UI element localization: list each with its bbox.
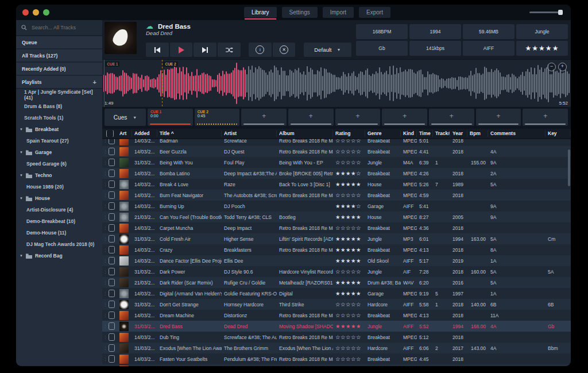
preset-dropdown[interactable]: Default ▼ bbox=[304, 43, 351, 57]
sidebar-item-dj-mag-tech-awards-2018-0-[interactable]: DJ Mag Tech Awards 2018 (0) bbox=[16, 239, 102, 250]
drag-handle[interactable]: ⋮ bbox=[103, 335, 107, 340]
table-row[interactable]: ⋮31/03/2...Cold Fresh AirHigher SenseLif… bbox=[102, 233, 571, 244]
table-row[interactable]: ⋮14/03/2...Bomba LatinoDeep Impact &#38;… bbox=[102, 168, 571, 179]
cue-slot-6[interactable]: + bbox=[382, 109, 427, 126]
search-input[interactable] bbox=[30, 24, 96, 31]
cue-slot-3[interactable]: + bbox=[241, 109, 287, 126]
column-header-added[interactable]: Added bbox=[132, 130, 157, 137]
table-row[interactable]: ⋮14/03/2...BadmanScrewfaceRetro Breaks 2… bbox=[102, 139, 571, 146]
cue-slot-1[interactable]: CUE 10:00 bbox=[148, 109, 193, 126]
row-checkbox[interactable] bbox=[109, 224, 115, 232]
rating-cell[interactable]: ★★★★★ bbox=[333, 247, 365, 253]
rating-cell[interactable]: ☆☆☆☆☆ bbox=[333, 139, 365, 144]
drag-handle[interactable]: ⋮ bbox=[103, 204, 107, 209]
sidebar-item-demo-breakbeat-10-[interactable]: Demo-Breakbeat (10) bbox=[16, 216, 102, 227]
maximize-button[interactable] bbox=[43, 9, 49, 16]
row-checkbox[interactable] bbox=[109, 344, 115, 352]
column-header-artist[interactable]: Artist bbox=[222, 130, 277, 137]
select-all-checkbox[interactable] bbox=[106, 130, 114, 137]
table-row[interactable]: ⋮14/03/2...Dream MachineDistortionzRetro… bbox=[102, 310, 571, 321]
slider-thumb[interactable] bbox=[558, 10, 563, 15]
drag-handle[interactable]: ⋮ bbox=[103, 270, 107, 274]
column-header-year[interactable]: Year bbox=[450, 130, 467, 137]
table-row[interactable]: ⋮14/03/2...CrazyBreakfastersRetro Breaks… bbox=[102, 244, 571, 255]
sidebar-section-all-tracks-127-[interactable]: All Tracks (127) bbox=[16, 49, 102, 63]
drag-handle[interactable]: ⋮ bbox=[103, 149, 107, 154]
row-checkbox[interactable] bbox=[109, 170, 115, 177]
waveform-zoom-in-button[interactable]: + bbox=[558, 63, 567, 71]
row-checkbox[interactable] bbox=[109, 213, 115, 221]
drag-handle[interactable]: ⋮ bbox=[103, 171, 107, 176]
rating-cell[interactable]: ★★★★★ bbox=[333, 323, 365, 329]
eject-button[interactable]: ✕ bbox=[273, 43, 296, 57]
table-row[interactable]: ⋮14/03/2...Final ConflictScrewface &#38;… bbox=[102, 364, 571, 366]
cue-slot-7[interactable]: + bbox=[429, 109, 474, 126]
table-row[interactable]: ⋮14/03/2...Burning UpDJ Pooch★★★★☆Garage… bbox=[102, 201, 571, 212]
rating-cell[interactable]: ★★★★★ bbox=[333, 236, 365, 242]
previous-button[interactable] bbox=[146, 43, 169, 57]
folder-expand-icon[interactable]: ▼ bbox=[20, 197, 23, 200]
play-button[interactable] bbox=[170, 43, 193, 57]
sidebar-item-drum-bass-8-[interactable]: Drum & Bass (8) bbox=[16, 101, 102, 112]
folder-expand-icon[interactable]: ▼ bbox=[20, 128, 23, 131]
sidebar-item-speed-garage-6-[interactable]: Speed Garage (6) bbox=[16, 158, 102, 170]
waveform-zoom-out-button[interactable]: − bbox=[547, 63, 556, 71]
row-checkbox[interactable] bbox=[109, 257, 115, 264]
table-row[interactable]: ⋮14/03/2...Carpet MunchaDeep ImpactRetro… bbox=[102, 222, 571, 233]
row-checkbox[interactable] bbox=[109, 159, 115, 166]
drag-handle[interactable]: ⋮ bbox=[103, 226, 107, 230]
table-row[interactable]: ⋮31/03/2...Exodus [When The Lion Awakes]… bbox=[102, 343, 571, 353]
sidebar-section-playlists[interactable]: Playlists+ bbox=[16, 76, 102, 89]
close-button[interactable] bbox=[22, 9, 29, 16]
table-row[interactable]: ⋮21/03/2...Dark Rider (Scar Remix)Rufige… bbox=[102, 277, 571, 288]
table-row[interactable]: ⋮14/03/2...Burn Feat NavigatorThe Autobo… bbox=[102, 190, 571, 201]
row-checkbox[interactable] bbox=[109, 180, 115, 188]
table-row[interactable]: ⋮14/03/2...Dub TingScrewface &#38; The A… bbox=[102, 332, 571, 343]
drag-handle[interactable]: ⋮ bbox=[103, 302, 107, 307]
add-playlist-button[interactable]: + bbox=[93, 79, 96, 86]
row-checkbox[interactable] bbox=[109, 191, 115, 199]
rating-cell[interactable]: ☆☆☆☆☆ bbox=[333, 334, 365, 340]
minimize-button[interactable] bbox=[33, 9, 39, 16]
column-header-time[interactable]: Time bbox=[417, 130, 433, 137]
row-checkbox[interactable] bbox=[109, 322, 115, 330]
sidebar-folder-breakbeat[interactable]: ▼Breakbeat bbox=[16, 124, 102, 135]
tab-settings[interactable]: Settings bbox=[282, 7, 318, 18]
rating-cell[interactable]: ☆☆☆☆☆ bbox=[333, 192, 365, 198]
column-header-kind[interactable]: Kind bbox=[401, 130, 417, 137]
column-header-key[interactable]: Key bbox=[546, 130, 571, 137]
sidebar-item-artist-disclosure-4-[interactable]: Artist-Disclosure (4) bbox=[16, 204, 102, 216]
tab-library[interactable]: Library bbox=[244, 7, 277, 18]
rating-cell[interactable]: ★★★★☆ bbox=[333, 170, 365, 176]
drag-handle[interactable]: ⋮ bbox=[103, 313, 107, 318]
folder-expand-icon[interactable]: ▼ bbox=[20, 254, 23, 257]
column-header-rating[interactable]: Rating bbox=[333, 130, 365, 137]
column-header-art[interactable]: Art bbox=[117, 130, 132, 137]
drag-handle[interactable]: ⋮ bbox=[103, 357, 107, 362]
table-row[interactable]: ⋮31/03/2...Dred BassDead DredMoving Shad… bbox=[102, 321, 571, 332]
sidebar-folder-record-bag[interactable]: ▼Record Bag bbox=[16, 250, 102, 262]
column-header-comments[interactable]: Comments bbox=[488, 130, 546, 137]
table-row[interactable]: ⋮14/03/2...Fasten Your SeatbeltsPendulum… bbox=[102, 353, 571, 364]
drag-handle[interactable]: ⋮ bbox=[103, 248, 107, 252]
next-button[interactable] bbox=[194, 43, 216, 57]
sidebar-section-queue[interactable]: Queue bbox=[16, 36, 102, 49]
drag-handle[interactable]: ⋮ bbox=[103, 160, 107, 165]
vertical-scrollbar[interactable] bbox=[568, 149, 570, 186]
row-checkbox[interactable] bbox=[109, 246, 115, 253]
track-info-button[interactable]: i bbox=[249, 43, 272, 57]
sidebar-item-scratch-tools-1-[interactable]: Scratch Tools (1) bbox=[16, 112, 102, 124]
drag-handle[interactable]: ⋮ bbox=[103, 139, 107, 143]
row-checkbox[interactable] bbox=[109, 333, 115, 341]
drag-handle[interactable]: ⋮ bbox=[103, 291, 107, 296]
rating-cell[interactable]: ☆☆☆☆☆ bbox=[333, 301, 365, 307]
table-row[interactable]: ⋮31/03/2...Don't Get StrangeHornsey Hard… bbox=[102, 299, 571, 310]
row-checkbox[interactable] bbox=[109, 202, 115, 210]
tab-import[interactable]: Import bbox=[323, 7, 354, 18]
column-header-genre[interactable]: Genre bbox=[365, 130, 401, 137]
rating-cell[interactable]: ★★★★★ bbox=[333, 279, 365, 286]
sidebar-folder-garage[interactable]: ▼Garage bbox=[16, 147, 102, 158]
tab-export[interactable]: Export bbox=[359, 7, 390, 18]
drag-handle[interactable]: ⋮ bbox=[103, 280, 107, 285]
folder-expand-icon[interactable]: ▼ bbox=[20, 151, 23, 154]
